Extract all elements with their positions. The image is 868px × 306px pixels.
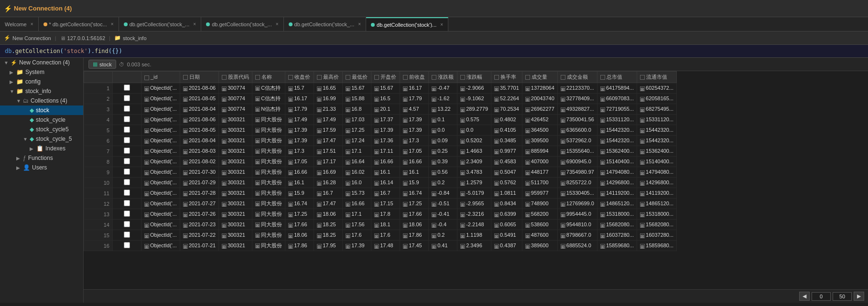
sidebar-item-config[interactable]: ▶ 📁 config [0, 77, 83, 86]
sidebar-connection[interactable]: ▼ ⚡ New Connection (4) [0, 58, 83, 67]
col-header-股票代码[interactable]: 股票代码 [219, 72, 252, 83]
tab-close-button[interactable]: × [358, 21, 361, 27]
cell-前收盘: ⊞17.25 [400, 199, 429, 209]
table-row[interactable]: 10⊞ObjectId('...⊞2021-07-29⊞300321⊞同大股份⊞… [84, 178, 677, 188]
row-checkbox[interactable] [113, 209, 141, 220]
cell-总市值: ⊞15442320... [597, 136, 637, 146]
row-checkbox[interactable] [113, 241, 141, 251]
result-collection-tab[interactable]: ▦ stock [88, 60, 116, 69]
row-checkbox[interactable] [113, 83, 141, 94]
row-checkbox-input[interactable] [124, 84, 130, 91]
row-checkbox-input[interactable] [124, 148, 130, 154]
row-checkbox-input[interactable] [124, 211, 130, 217]
cell-股票代码: ⊞300321 [219, 125, 252, 136]
table-row[interactable]: 7⊞ObjectId('...⊞2021-08-03⊞300321⊞同大股份⊞1… [84, 146, 677, 157]
row-checkbox-input[interactable] [124, 127, 130, 133]
page-number-input[interactable] [812, 292, 831, 301]
row-checkbox-input[interactable] [124, 242, 130, 248]
row-checkbox[interactable] [113, 220, 141, 230]
sidebar-item-stock-cycle-5[interactable]: ▼ ◆ stock_cycle_5 [0, 134, 83, 144]
tab-close-button[interactable]: × [193, 21, 196, 27]
col-header-最低价[interactable]: 最低价 [343, 72, 371, 83]
table-row[interactable]: 16⊞ObjectId('...⊞2021-07-21⊞300321⊞同大股份⊞… [84, 241, 677, 251]
row-checkbox[interactable] [113, 167, 141, 178]
row-checkbox[interactable] [113, 125, 141, 136]
table-row[interactable]: 5⊞ObjectId('...⊞2021-08-05⊞300321⊞同大股份⊞1… [84, 125, 677, 136]
sidebar-item-indexes[interactable]: ▶ 📋 Indexes [0, 144, 83, 153]
table-row[interactable]: 9⊞ObjectId('...⊞2021-07-30⊞300321⊞同大股份⊞1… [84, 167, 677, 178]
tab-tab2[interactable]: db.getCollection('stock_...× [119, 17, 201, 32]
table-row[interactable]: 6⊞ObjectId('...⊞2021-08-04⊞300321⊞同大股份⊞1… [84, 136, 677, 146]
row-checkbox[interactable] [113, 188, 141, 199]
sidebar-item-stock-cycle[interactable]: ◆ stock_cycle [0, 115, 83, 125]
tab-tab3[interactable]: db.getCollection('stock_...× [201, 17, 283, 32]
col-header-涨跌额[interactable]: 涨跌额 [429, 72, 457, 83]
sidebar-item-stock[interactable]: ◆ stock [0, 106, 83, 115]
col-header-_id[interactable]: _id [141, 72, 180, 83]
table-row[interactable]: 2⊞ObjectId('...⊞2021-08-05⊞300774⊞C信杰持⊞1… [84, 94, 677, 104]
tab-tab1[interactable]: * db.getCollection('stoc...× [39, 17, 119, 32]
row-checkbox[interactable] [113, 199, 141, 209]
tab-welcome[interactable]: Welcome× [0, 17, 39, 32]
row-checkbox[interactable] [113, 146, 141, 157]
row-checkbox[interactable] [113, 157, 141, 167]
tab-close-button[interactable]: × [276, 21, 279, 27]
next-page-button[interactable]: ▶ [854, 292, 864, 301]
row-checkbox-input[interactable] [124, 95, 130, 101]
row-checkbox-input[interactable] [124, 169, 130, 175]
row-checkbox-input[interactable] [124, 116, 130, 122]
col-header-流通市值[interactable]: 流通市值 [637, 72, 677, 83]
row-checkbox-input[interactable] [124, 190, 130, 196]
table-row[interactable]: 3⊞ObjectId('...⊞2021-08-04⊞300774⊞N信杰持⊞1… [84, 104, 677, 115]
sidebar-item-system[interactable]: ▶ 📁 System [0, 67, 83, 77]
row-checkbox[interactable] [113, 104, 141, 115]
tab-tab4[interactable]: db.getCollection('stock_...× [284, 17, 366, 32]
prev-page-button[interactable]: ◀ [799, 292, 810, 301]
row-checkbox[interactable] [113, 230, 141, 241]
sidebar-item-users[interactable]: ▶ 👤 Users [0, 163, 83, 172]
tab-close-button[interactable]: × [31, 21, 33, 27]
cell-成交金额: ⊞9954445.0 [557, 209, 597, 220]
table-row[interactable]: 8⊞ObjectId('...⊞2021-08-02⊞300321⊞同大股份⊞1… [84, 157, 677, 167]
table-row[interactable]: 1⊞ObjectId('...⊞2021-08-06⊞300774⊞C信杰持⊞1… [84, 83, 677, 94]
table-row[interactable]: 12⊞ObjectId('...⊞2021-07-27⊞300321⊞同大股份⊞… [84, 199, 677, 209]
col-header-收盘价[interactable]: 收盘价 [285, 72, 314, 83]
row-checkbox-input[interactable] [124, 232, 130, 238]
col-header-前收盘[interactable]: 前收盘 [400, 72, 429, 83]
table-row[interactable]: 11⊞ObjectId('...⊞2021-07-28⊞300321⊞同大股份⊞… [84, 188, 677, 199]
row-checkbox[interactable] [113, 115, 141, 125]
table-row[interactable]: 15⊞ObjectId('...⊞2021-07-22⊞300321⊞同大股份⊞… [84, 230, 677, 241]
tab-close-button[interactable]: × [111, 21, 114, 27]
col-header-成交量[interactable]: 成交量 [522, 72, 557, 83]
row-checkbox[interactable] [113, 136, 141, 146]
row-checkbox-input[interactable] [124, 106, 130, 112]
data-table-wrapper[interactable]: _id日期股票代码名称收盘价最高价最低价开盘价前收盘涨跌额涨跌幅换手率成交量成交… [84, 71, 868, 289]
col-header-总市值[interactable]: 总市值 [597, 72, 637, 83]
tab-tab5[interactable]: db.getCollection('stock')...× [366, 17, 448, 32]
sidebar-item-collections[interactable]: ▼ 🗂 Collections (4) [0, 96, 83, 106]
col-header-成交金额[interactable]: 成交金额 [557, 72, 597, 83]
row-checkbox-input[interactable] [124, 158, 130, 164]
row-checkbox-input[interactable] [124, 200, 130, 206]
table-row[interactable]: 4⊞ObjectId('...⊞2021-08-06⊞300321⊞同大股份⊞1… [84, 115, 677, 125]
table-row[interactable]: 14⊞ObjectId('...⊞2021-07-23⊞300321⊞同大股份⊞… [84, 220, 677, 230]
row-checkbox-input[interactable] [124, 137, 130, 143]
row-checkbox-input[interactable] [124, 179, 130, 185]
tab-close-button[interactable]: × [440, 22, 443, 27]
col-header-名称[interactable]: 名称 [252, 72, 285, 83]
sidebar-item-stock-info[interactable]: ▼ 📁 stock_info [0, 86, 83, 96]
cell-流通市值: ⊞15859680... [637, 241, 677, 251]
page-size-input[interactable] [833, 292, 852, 301]
col-header-日期[interactable]: 日期 [180, 72, 218, 83]
col-header-换手率[interactable]: 换手率 [491, 72, 522, 83]
col-header-开盘价[interactable]: 开盘价 [371, 72, 400, 83]
query-bar[interactable]: db.getCollection('stock').find({}) [0, 45, 868, 58]
sidebar-item-functions[interactable]: ▶ ƒ Functions [0, 153, 83, 163]
row-checkbox-input[interactable] [124, 221, 130, 227]
table-row[interactable]: 13⊞ObjectId('...⊞2021-07-26⊞300321⊞同大股份⊞… [84, 209, 677, 220]
col-header-涨跌幅[interactable]: 涨跌幅 [457, 72, 491, 83]
sidebar-item-stock-cycle5[interactable]: ◆ stock_cycle5 [0, 125, 83, 134]
row-checkbox[interactable] [113, 178, 141, 188]
row-checkbox[interactable] [113, 94, 141, 104]
col-header-最高价[interactable]: 最高价 [314, 72, 343, 83]
